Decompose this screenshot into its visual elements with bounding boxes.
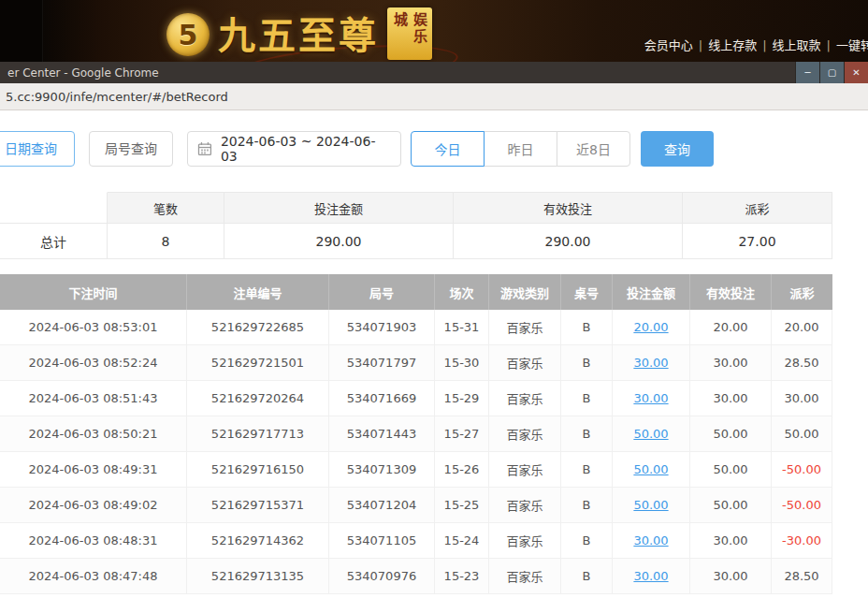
nav-separator: | — [827, 38, 831, 52]
table-row: 2024-06-03 08:50:21521629717713534071443… — [0, 416, 832, 452]
summary-table: 笔数 投注金额 有效投注 派彩 总计 8 290.00 290.00 27.00 — [0, 192, 832, 259]
cell-time: 2024-06-03 08:47:48 — [0, 559, 187, 594]
maximize-button[interactable]: ▢ — [819, 62, 844, 83]
cell-payout: -50.00 — [772, 488, 832, 523]
cell-valid: 30.00 — [690, 523, 772, 559]
cell-session: 15-29 — [435, 381, 489, 416]
date-range-value: 2024-06-03 ~ 2024-06-03 — [221, 134, 391, 164]
table-row: 2024-06-03 08:47:48521629713135534070976… — [0, 559, 832, 594]
column-header: 投注金额 — [613, 274, 690, 310]
column-header: 有效投注 — [690, 274, 772, 310]
cell-bet_id: 521629715371 — [187, 488, 329, 523]
table-row: 2024-06-03 08:49:02521629715371534071204… — [0, 488, 832, 523]
banner-nav: 会员中心|线上存款|线上取款|一键转 — [641, 36, 868, 53]
cell-round: 534071797 — [329, 345, 435, 381]
url-text: 5.cc:9900/infe/mcenter/#/betRecord — [6, 90, 228, 104]
window-controls: ─ ▢ ✕ — [795, 62, 868, 83]
cell-payout: 28.50 — [772, 559, 832, 594]
bet-amount-link[interactable]: 20.00 — [633, 320, 668, 334]
summary-payout-value: 27.00 — [683, 224, 832, 259]
bet-amount-link[interactable]: 30.00 — [633, 356, 668, 370]
cell-table_no: B — [561, 523, 613, 559]
quick-button-yesterday[interactable]: 昨日 — [484, 131, 557, 167]
summary-bet-amount-value: 290.00 — [224, 224, 454, 259]
column-header: 游戏类别 — [489, 274, 561, 310]
cell-bet: 50.00 — [613, 488, 690, 523]
cell-time: 2024-06-03 08:48:31 — [0, 523, 187, 559]
cell-payout: 30.00 — [772, 381, 832, 416]
cell-bet_id: 521629722685 — [187, 310, 329, 345]
table-header-row: 下注时间注单编号局号场次游戏类别桌号投注金额有效投注派彩 — [0, 274, 832, 310]
nav-separator: | — [699, 38, 702, 52]
cell-session: 15-24 — [435, 523, 489, 559]
bet-record-page: 日期查询 局号查询 2024-06-03 ~ 2024-06-03 今日昨日近8… — [0, 131, 868, 613]
banner-nav-link[interactable]: 会员中心 — [644, 38, 693, 52]
banner-nav-link[interactable]: 线上取款 — [773, 38, 821, 52]
cell-game: 百家乐 — [489, 559, 561, 594]
bet-amount-link[interactable]: 50.00 — [633, 462, 668, 476]
summary-header-count: 笔数 — [108, 192, 224, 224]
bet-amount-link[interactable]: 30.00 — [633, 391, 668, 405]
bet-amount-link[interactable]: 50.00 — [633, 427, 668, 441]
cell-session: 15-26 — [435, 452, 489, 488]
summary-header-bet-amount: 投注金额 — [224, 192, 454, 224]
window-titlebar: er Center - Google Chrome ─ ▢ ✕ — [0, 62, 868, 83]
tab-round-query[interactable]: 局号查询 — [89, 131, 173, 167]
bet-amount-link[interactable]: 30.00 — [633, 569, 668, 583]
cell-round: 534071105 — [329, 523, 435, 559]
coin-logo-icon: 5 — [166, 13, 210, 56]
banner-left-dark-strip — [0, 0, 43, 62]
cell-table_no: B — [561, 381, 613, 416]
search-button[interactable]: 查询 — [641, 131, 714, 167]
cell-game: 百家乐 — [489, 488, 561, 523]
bet-amount-link[interactable]: 50.00 — [633, 498, 668, 512]
table-body: 2024-06-03 08:53:01521629722685534071903… — [0, 310, 832, 594]
cell-session: 15-27 — [435, 416, 489, 452]
cell-payout: -30.00 — [772, 523, 832, 559]
cell-time: 2024-06-03 08:50:21 — [0, 416, 187, 452]
column-header: 桌号 — [561, 274, 613, 310]
minimize-button[interactable]: ─ — [795, 62, 819, 83]
cell-payout: 20.00 — [772, 310, 832, 345]
cell-bet: 30.00 — [613, 523, 690, 559]
cell-payout: 50.00 — [772, 416, 832, 452]
cell-valid: 30.00 — [690, 559, 772, 594]
cell-bet_id: 521629721501 — [187, 345, 329, 381]
url-bar[interactable]: 5.cc:9900/infe/mcenter/#/betRecord — [0, 83, 868, 110]
cell-game: 百家乐 — [489, 416, 561, 452]
cell-valid: 20.00 — [690, 310, 772, 345]
banner-nav-link[interactable]: 一键转 — [836, 38, 868, 52]
cell-bet: 30.00 — [613, 381, 690, 416]
cell-bet_id: 521629720264 — [187, 381, 329, 416]
cell-bet_id: 521629716150 — [187, 452, 329, 488]
cell-session: 15-25 — [435, 488, 489, 523]
close-button[interactable]: ✕ — [844, 62, 868, 83]
column-header: 下注时间 — [0, 274, 187, 310]
cell-bet: 30.00 — [613, 345, 690, 381]
column-header: 场次 — [435, 274, 489, 310]
bet-amount-link[interactable]: 30.00 — [633, 533, 668, 547]
banner-nav-link[interactable]: 线上存款 — [708, 38, 757, 52]
table-row: 2024-06-03 08:52:24521629721501534071797… — [0, 345, 832, 381]
cell-round: 534071669 — [329, 381, 435, 416]
cell-time: 2024-06-03 08:49:31 — [0, 452, 187, 488]
calendar-icon — [197, 141, 212, 156]
cell-game: 百家乐 — [489, 345, 561, 381]
summary-header-payout: 派彩 — [683, 192, 832, 224]
cell-payout: -50.00 — [772, 452, 832, 488]
table-row: 2024-06-03 08:53:01521629722685534071903… — [0, 310, 832, 345]
date-range-input[interactable]: 2024-06-03 ~ 2024-06-03 — [187, 131, 401, 167]
cell-valid: 30.00 — [690, 345, 772, 381]
casino-logo[interactable]: 5 九五至尊 娱乐城 — [166, 2, 432, 60]
quick-button-today[interactable]: 今日 — [411, 131, 485, 167]
cell-valid: 50.00 — [690, 488, 772, 523]
cell-round: 534070976 — [329, 559, 435, 594]
tab-date-query[interactable]: 日期查询 — [0, 131, 75, 167]
quick-button-last8days[interactable]: 近8日 — [557, 131, 630, 167]
cell-bet: 50.00 — [613, 452, 690, 488]
summary-total-row: 总计 8 290.00 290.00 27.00 — [0, 224, 832, 259]
quick-date-buttons: 今日昨日近8日 — [411, 131, 630, 167]
cell-session: 15-23 — [435, 559, 489, 594]
cell-time: 2024-06-03 08:53:01 — [0, 310, 187, 345]
casino-banner: 5 九五至尊 娱乐城 会员中心|线上存款|线上取款|一键转 — [0, 0, 868, 62]
